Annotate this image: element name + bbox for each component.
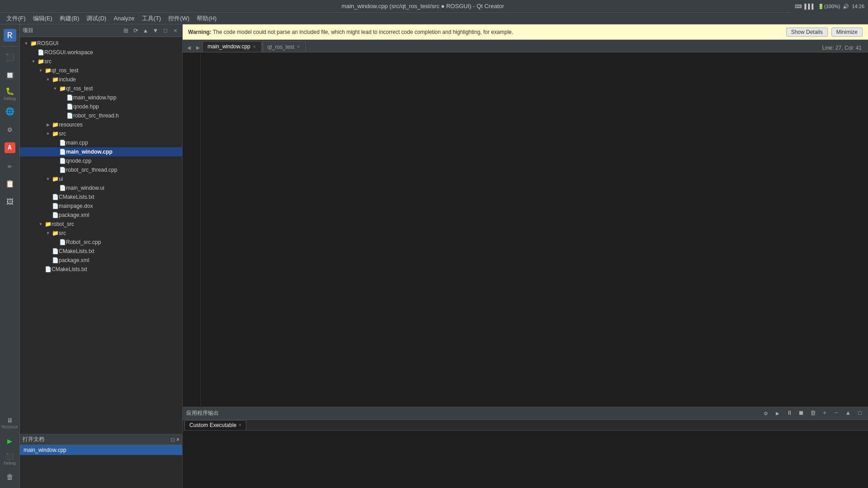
- project-filter-btn[interactable]: ⊞: [122, 27, 130, 35]
- battery-icon: 🔋(100%): [818, 4, 840, 9]
- debug-label: Debug: [4, 96, 16, 101]
- output-title: 应用程序输出: [186, 409, 759, 417]
- sidebar-stop-icon[interactable]: ⬛ Debug: [2, 451, 18, 467]
- tree-item[interactable]: 📄qnode.cpp: [20, 156, 182, 165]
- open-doc-item[interactable]: main_window.cpp: [20, 445, 182, 455]
- editor-tab-bar: ◀ ▶ main_window.cpp × qt_ros_test × Line…: [183, 40, 868, 52]
- project-sync-btn[interactable]: ⟳: [132, 27, 140, 35]
- open-docs-panel: 打开文档 □ × main_window.cpp: [20, 434, 182, 488]
- editor-tab-label-1: qt_ros_test: [268, 44, 294, 50]
- output-stop-btn[interactable]: ⏹: [797, 409, 806, 418]
- tree-item[interactable]: 📄main.cpp: [20, 138, 182, 147]
- plugin1-icon: 🔲: [5, 71, 14, 80]
- editor-area: Warning: The code model could not parse …: [183, 24, 868, 488]
- warning-bold-label: Warning:: [188, 29, 212, 35]
- project-tree: ▼📁ROSGUI📄ROSGUI.workspace▼📁src▼📁qt_ros_t…: [20, 37, 182, 434]
- menu-edit[interactable]: 编辑(E): [29, 14, 56, 23]
- tree-item[interactable]: ▼📁qt_ros_test: [20, 84, 182, 93]
- tab-nav-right[interactable]: ▶: [193, 43, 203, 52]
- output-collapse-btn[interactable]: ▲: [844, 409, 853, 418]
- tree-item[interactable]: ▼📁src: [20, 129, 182, 138]
- editor-tab-close-0[interactable]: ×: [253, 44, 256, 49]
- tree-item[interactable]: ▼📁include: [20, 75, 182, 84]
- tree-item[interactable]: ▶📁resources: [20, 120, 182, 129]
- menu-file[interactable]: 文件(F): [3, 14, 29, 23]
- sidebar-trash-icon[interactable]: 🗑: [2, 469, 18, 485]
- tree-item[interactable]: 📄package.xml: [20, 256, 182, 265]
- sidebar-list-icon[interactable]: 📋: [2, 176, 18, 192]
- tree-item[interactable]: ▼📁src: [20, 229, 182, 238]
- sidebar-settings-icon[interactable]: ⚙: [2, 122, 18, 138]
- titlebar: main_window.cpp (src/qt_ros_test/src ● R…: [0, 0, 868, 13]
- tree-item[interactable]: 📄mainpage.dox: [20, 202, 182, 211]
- output-tab-bar: Custom Executable ×: [183, 420, 868, 431]
- rosgui-label: ROSGUI: [2, 425, 18, 429]
- project-expand-btn[interactable]: ▼: [151, 27, 160, 35]
- project-close-btn[interactable]: ×: [171, 27, 179, 35]
- show-details-button[interactable]: Show Details: [786, 28, 828, 37]
- edit-icon: ✏: [8, 161, 12, 170]
- code-editor: [183, 52, 868, 407]
- tree-item[interactable]: ▼📁src: [20, 57, 182, 66]
- output-settings-btn[interactable]: ⚙: [761, 409, 770, 418]
- output-plus-btn[interactable]: +: [820, 409, 829, 418]
- menu-controls[interactable]: 控件(W): [165, 14, 193, 23]
- menu-analyze[interactable]: Analyze: [110, 14, 138, 23]
- tree-item[interactable]: 📄CMakeLists.txt: [20, 247, 182, 256]
- wifi-icon: ▌▌▌: [805, 4, 815, 9]
- tree-item[interactable]: ▼📁ROSGUI: [20, 39, 182, 48]
- tree-item[interactable]: 📄package.xml: [20, 211, 182, 220]
- tree-item[interactable]: 📄robot_src_thread.h: [20, 111, 182, 120]
- output-tab-custom[interactable]: Custom Executable ×: [184, 420, 246, 430]
- sidebar-edit-icon[interactable]: ✏: [2, 158, 18, 174]
- menu-build[interactable]: 构建(B): [56, 14, 83, 23]
- app-manager-icon: A: [5, 142, 15, 153]
- tree-item[interactable]: 📄robot_src_thread.cpp: [20, 165, 182, 174]
- output-tab-close[interactable]: ×: [239, 422, 241, 427]
- editor-tab-qt-ros-test[interactable]: qt_ros_test ×: [263, 41, 306, 52]
- tree-item[interactable]: 📄CMakeLists.txt: [20, 265, 182, 274]
- tab-bar-right: Line: 27, Col: 41: [818, 45, 866, 52]
- project-collapse-btn[interactable]: ▲: [142, 27, 150, 35]
- editor-tab-main-window[interactable]: main_window.cpp ×: [203, 41, 262, 52]
- run-icon: ▶: [7, 436, 12, 446]
- sidebar-rosgui-bottom-icon[interactable]: 🖥 ROSGUI: [2, 415, 18, 431]
- tree-item[interactable]: 📄main_window.hpp: [20, 93, 182, 102]
- sidebar-browser-icon[interactable]: 🌐: [2, 103, 18, 120]
- code-content[interactable]: [201, 52, 868, 407]
- sidebar-image-icon[interactable]: 🖼: [2, 194, 18, 210]
- sidebar-terminal-icon[interactable]: ⬛: [2, 49, 18, 66]
- sidebar-debug-icon[interactable]: 🐛 Debug: [2, 85, 18, 102]
- output-pause-btn[interactable]: ⏸: [785, 409, 794, 418]
- tree-item[interactable]: ▼📁robot_src: [20, 220, 182, 229]
- project-panel: 项目 ⊞ ⟳ ▲ ▼ □ × ▼📁ROSGUI📄ROSGUI.workspace…: [20, 24, 183, 488]
- open-docs-close-btn[interactable]: ×: [176, 436, 179, 443]
- sidebar-run-icon[interactable]: ▶: [2, 433, 18, 449]
- menubar: 文件(F) 编辑(E) 构建(B) 调试(D) Analyze 工具(T) 控件…: [0, 13, 868, 24]
- tree-item[interactable]: 📄Robot_src.cpp: [20, 238, 182, 247]
- output-run-btn[interactable]: ▶: [773, 409, 782, 418]
- menu-debug[interactable]: 调试(D): [83, 14, 110, 23]
- tree-item[interactable]: 📄main_window.ui: [20, 183, 182, 192]
- tree-item[interactable]: 📄main_window.cpp: [20, 147, 182, 156]
- tree-item[interactable]: ▼📁qt_ros_test: [20, 66, 182, 75]
- output-content: [183, 431, 868, 488]
- tree-item[interactable]: 📄CMakeLists.txt: [20, 192, 182, 202]
- tree-item[interactable]: 📄ROSGUI.workspace: [20, 48, 182, 57]
- sidebar-appmanager-icon[interactable]: A: [2, 140, 18, 156]
- tree-item[interactable]: ▼📁ui: [20, 174, 182, 183]
- sidebar-plugin1-icon[interactable]: 🔲: [2, 67, 18, 84]
- output-minus-btn[interactable]: −: [832, 409, 841, 418]
- menu-tools[interactable]: 工具(T): [138, 14, 165, 23]
- output-float-btn[interactable]: □: [855, 409, 864, 418]
- tree-item[interactable]: 📄qnode.hpp: [20, 102, 182, 111]
- minimize-warning-button[interactable]: Minimize: [831, 28, 863, 37]
- sidebar-rosgui-icon[interactable]: R: [2, 27, 18, 43]
- tab-nav-left[interactable]: ◀: [184, 43, 193, 52]
- menu-help[interactable]: 帮助(H): [193, 14, 220, 23]
- main-layout: R ⬛ 🔲 🐛 Debug 🌐 ⚙ A ✏ 📋 🖼: [0, 24, 868, 488]
- output-clear-btn[interactable]: 🗑: [808, 409, 817, 418]
- project-float-btn[interactable]: □: [161, 27, 170, 35]
- open-docs-float-btn[interactable]: □: [171, 436, 175, 443]
- editor-tab-close-1[interactable]: ×: [297, 44, 300, 49]
